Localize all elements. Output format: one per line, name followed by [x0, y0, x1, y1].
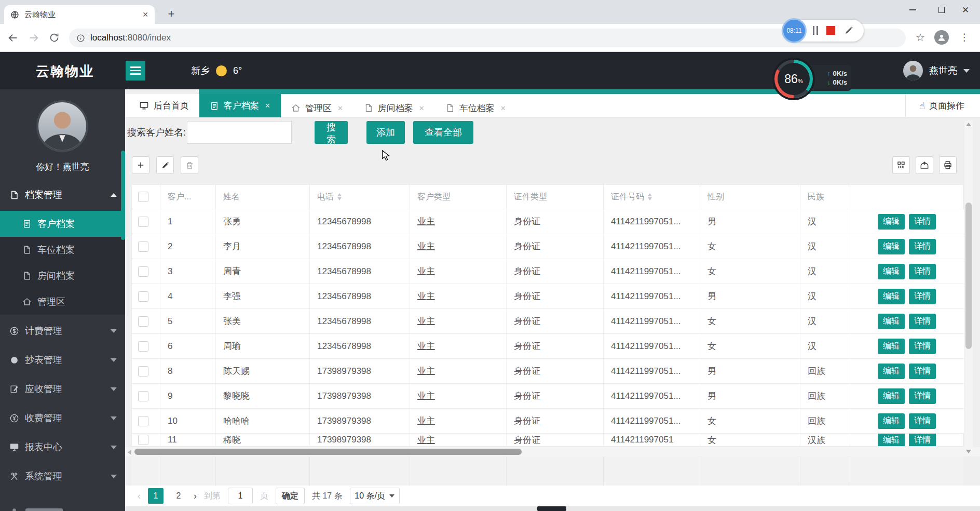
- scroll-down-arrow-icon[interactable]: [966, 450, 971, 453]
- sidebar-item-billing-mgmt[interactable]: 计费管理: [0, 318, 125, 344]
- export-button[interactable]: [916, 156, 933, 174]
- cell-customer-type[interactable]: 业主: [410, 359, 507, 384]
- col-nation[interactable]: 民族: [800, 185, 850, 209]
- edit-button[interactable]: 编辑: [878, 264, 905, 279]
- cell-customer-type[interactable]: 业主: [410, 434, 507, 447]
- edit-button[interactable]: 编辑: [878, 364, 905, 379]
- edit-button[interactable]: 编辑: [878, 339, 905, 354]
- scroll-up-arrow-icon[interactable]: [966, 123, 971, 126]
- sidebar-item-system-mgmt[interactable]: 系统管理: [0, 463, 125, 489]
- address-bar[interactable]: localhost:8080/index: [69, 29, 906, 47]
- goto-page-input[interactable]: [228, 488, 253, 504]
- forward-icon[interactable]: [28, 32, 39, 44]
- pause-icon[interactable]: [813, 26, 818, 35]
- cell-customer-type[interactable]: 业主: [410, 309, 507, 334]
- horizontal-scrollbar[interactable]: [125, 447, 980, 456]
- row-checkbox[interactable]: [138, 341, 148, 352]
- edit-row-button[interactable]: [156, 156, 174, 174]
- reload-icon[interactable]: [49, 32, 60, 44]
- print-button[interactable]: [939, 156, 957, 174]
- page-button-1[interactable]: 1: [148, 488, 164, 504]
- col-cert-type[interactable]: 证件类型: [507, 185, 604, 209]
- edit-button[interactable]: 编辑: [878, 214, 905, 230]
- cell-customer-type[interactable]: 业主: [410, 409, 507, 434]
- next-page-button[interactable]: ›: [194, 491, 197, 502]
- detail-button[interactable]: 详情: [909, 239, 936, 254]
- tab-parking-archive[interactable]: 车位档案 ✕: [435, 99, 516, 117]
- page-size-select[interactable]: 10 条/页: [350, 488, 400, 504]
- browser-menu-icon[interactable]: ⋮: [959, 31, 970, 43]
- row-checkbox[interactable]: [138, 435, 148, 445]
- detail-button[interactable]: 详情: [909, 339, 936, 354]
- row-checkbox[interactable]: [138, 266, 148, 277]
- row-checkbox[interactable]: [138, 391, 148, 401]
- col-name[interactable]: 姓名: [216, 185, 310, 209]
- sidebar-item-report-center[interactable]: 报表中心: [0, 434, 125, 460]
- cell-customer-type[interactable]: 业主: [410, 234, 507, 259]
- add-row-button[interactable]: [132, 156, 149, 174]
- tab-customer-archive[interactable]: 客户档案 ✕: [199, 94, 281, 117]
- col-customer-type[interactable]: 客户类型: [410, 185, 507, 209]
- cell-customer-type[interactable]: 业主: [410, 334, 507, 359]
- tab-dashboard[interactable]: 后台首页: [129, 94, 199, 117]
- close-icon[interactable]: ✕: [500, 104, 506, 112]
- user-menu[interactable]: 燕世亮: [903, 52, 970, 89]
- columns-button[interactable]: [892, 156, 910, 174]
- vertical-scrollbar-thumb[interactable]: [965, 203, 972, 349]
- edit-button[interactable]: 编辑: [878, 289, 905, 304]
- browser-tab-close-icon[interactable]: ✕: [142, 10, 148, 19]
- row-checkbox[interactable]: [138, 241, 148, 252]
- cell-customer-type[interactable]: 业主: [410, 384, 507, 409]
- select-all-checkbox[interactable]: [138, 192, 148, 202]
- sidebar-item-management-area[interactable]: 管理区: [0, 289, 125, 315]
- sidebar-item-customer-archive[interactable]: 客户档案: [0, 211, 125, 237]
- sidebar-item-room-archive[interactable]: 房间档案: [0, 263, 125, 289]
- prev-page-button[interactable]: ‹: [138, 491, 141, 502]
- row-checkbox[interactable]: [138, 416, 148, 426]
- sort-icon[interactable]: [648, 193, 652, 200]
- window-close-button[interactable]: ✕: [951, 0, 980, 20]
- stop-icon[interactable]: [826, 26, 835, 35]
- detail-button[interactable]: 详情: [909, 264, 936, 279]
- detail-button[interactable]: 详情: [909, 289, 936, 304]
- detail-button[interactable]: 详情: [909, 364, 936, 379]
- browser-tab[interactable]: 云翰物业 ✕: [4, 5, 155, 24]
- page-button-2[interactable]: 2: [171, 488, 186, 504]
- add-button[interactable]: 添加: [366, 121, 405, 144]
- detail-button[interactable]: 详情: [909, 413, 936, 429]
- search-input[interactable]: [187, 121, 292, 144]
- detail-button[interactable]: 详情: [909, 314, 936, 329]
- sidebar-item-archive-mgmt[interactable]: 档案管理: [0, 182, 125, 208]
- delete-row-button[interactable]: [181, 156, 198, 174]
- edit-button[interactable]: 编辑: [878, 239, 905, 254]
- view-all-button[interactable]: 查看全部: [413, 121, 473, 144]
- sidebar-item-meter-mgmt[interactable]: 抄表管理: [0, 347, 125, 373]
- search-button[interactable]: 搜索: [315, 121, 348, 144]
- sidebar-toggle-button[interactable]: [126, 61, 145, 80]
- cell-customer-type[interactable]: 业主: [410, 209, 507, 234]
- edit-button[interactable]: 编辑: [878, 388, 905, 404]
- sidebar-item-receivable-mgmt[interactable]: 应收管理: [0, 376, 125, 402]
- close-icon[interactable]: ✕: [419, 104, 425, 112]
- sort-icon[interactable]: [337, 193, 342, 200]
- row-checkbox[interactable]: [138, 366, 148, 376]
- sidebar-item-partial[interactable]: [0, 499, 125, 511]
- site-info-icon[interactable]: [76, 34, 85, 43]
- bookmark-star-icon[interactable]: ☆: [914, 31, 927, 44]
- confirm-button[interactable]: 确定: [276, 488, 305, 504]
- tab-management-area[interactable]: 管理区 ✕: [281, 99, 353, 117]
- scroll-left-arrow-icon[interactable]: [128, 450, 131, 455]
- close-icon[interactable]: ✕: [337, 104, 343, 112]
- col-cert-no[interactable]: 证件号码: [604, 185, 700, 209]
- sidebar-scrollbar-thumb[interactable]: [121, 151, 125, 240]
- col-phone[interactable]: 电话: [310, 185, 410, 209]
- row-checkbox[interactable]: [138, 291, 148, 302]
- cell-customer-type[interactable]: 业主: [410, 284, 507, 309]
- horizontal-scrollbar-thumb[interactable]: [134, 449, 522, 455]
- edit-button[interactable]: 编辑: [878, 434, 905, 447]
- window-minimize-button[interactable]: [898, 0, 927, 20]
- col-customer-no[interactable]: 客户...: [160, 185, 216, 209]
- sidebar-item-parking-archive[interactable]: 车位档案: [0, 237, 125, 263]
- col-gender[interactable]: 性别: [700, 185, 800, 209]
- cell-customer-type[interactable]: 业主: [410, 259, 507, 284]
